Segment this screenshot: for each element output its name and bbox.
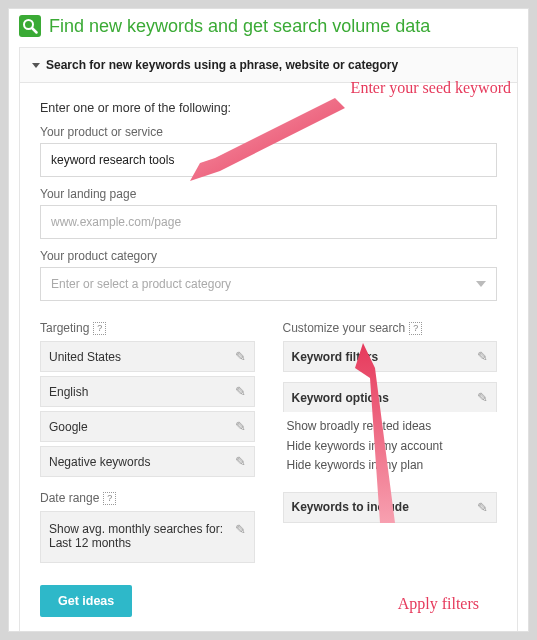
help-icon[interactable]: ? (409, 322, 422, 335)
accordion-content: Enter one or more of the following: Your… (19, 83, 518, 632)
landing-page-input[interactable] (40, 205, 497, 239)
targeting-network[interactable]: Google ✎ (40, 411, 255, 442)
accordion-search-new-keywords[interactable]: Search for new keywords using a phrase, … (19, 47, 518, 83)
annotation-apply-filters: Apply filters (398, 595, 479, 613)
pencil-icon: ✎ (235, 419, 246, 434)
pencil-icon: ✎ (477, 349, 488, 364)
targeting-negative-keywords[interactable]: Negative keywords ✎ (40, 446, 255, 477)
customize-label: Customize your search ? (283, 321, 498, 335)
date-range-chip[interactable]: Show avg. monthly searches for: Last 12 … (40, 511, 255, 563)
pencil-icon: ✎ (235, 522, 246, 537)
keywords-to-include-chip[interactable]: Keywords to include ✎ (283, 492, 498, 523)
accordion-title: Search for new keywords using a phrase, … (46, 58, 398, 72)
pencil-icon: ✎ (235, 349, 246, 364)
targeting-location[interactable]: United States ✎ (40, 341, 255, 372)
product-category-select[interactable]: Enter or select a product category (40, 267, 497, 301)
landing-label: Your landing page (40, 187, 497, 201)
category-placeholder: Enter or select a product category (51, 277, 231, 291)
pencil-icon: ✎ (235, 454, 246, 469)
pencil-icon: ✎ (477, 390, 488, 405)
panel-title: Find new keywords and get search volume … (49, 16, 430, 37)
svg-rect-0 (19, 15, 41, 37)
panel-header: Find new keywords and get search volume … (9, 9, 528, 47)
pencil-icon: ✎ (477, 500, 488, 515)
keyword-filters-chip[interactable]: Keyword filters ✎ (283, 341, 498, 372)
chevron-down-icon (476, 281, 486, 287)
pencil-icon: ✎ (235, 384, 246, 399)
product-input[interactable] (40, 143, 497, 177)
option-hide-in-account: Hide keywords in my account (287, 437, 494, 456)
keyword-planner-panel: Find new keywords and get search volume … (8, 8, 529, 632)
help-icon[interactable]: ? (103, 492, 116, 505)
option-hide-in-plan: Hide keywords in my plan (287, 456, 494, 475)
category-label: Your product category (40, 249, 497, 263)
search-icon (19, 15, 41, 37)
keyword-options-chip[interactable]: Keyword options ✎ (283, 382, 498, 412)
date-range-label: Date range ? (40, 491, 255, 505)
option-broadly-related: Show broadly related ideas (287, 417, 494, 436)
product-label: Your product or service (40, 125, 497, 139)
intro-label: Enter one or more of the following: (40, 101, 497, 115)
targeting-label: Targeting ? (40, 321, 255, 335)
keyword-options-list: Show broadly related ideas Hide keywords… (283, 412, 498, 484)
help-icon[interactable]: ? (93, 322, 106, 335)
caret-down-icon (32, 63, 40, 68)
targeting-language[interactable]: English ✎ (40, 376, 255, 407)
get-ideas-button[interactable]: Get ideas (40, 585, 132, 617)
